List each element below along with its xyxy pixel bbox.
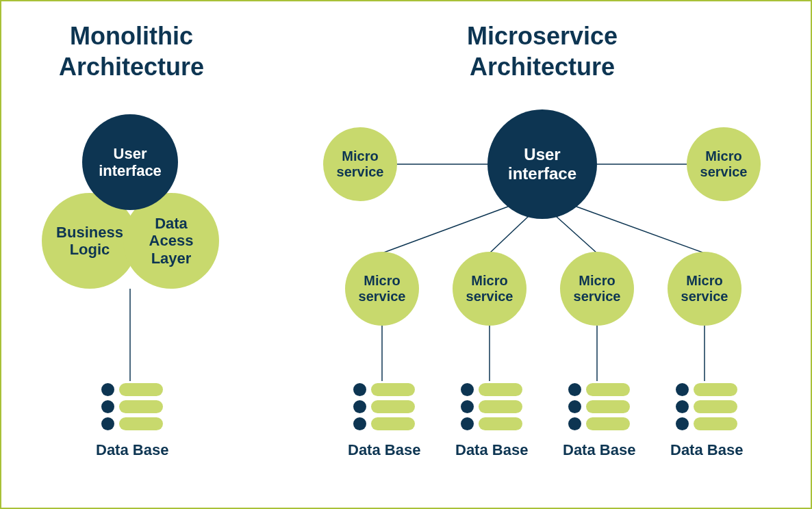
db-label: Data Base [563, 441, 635, 459]
db-bar-icon [371, 400, 415, 413]
db-row [461, 383, 522, 396]
db-dot-icon [676, 383, 689, 396]
db-row [568, 383, 630, 396]
db-row [676, 383, 737, 396]
db-bar-icon [694, 383, 737, 396]
db-label: Data Base [455, 441, 528, 459]
db-dot-icon [676, 400, 689, 413]
svg-line-3 [382, 207, 508, 253]
db-dot-icon [353, 400, 366, 413]
db-dot-icon [101, 417, 114, 430]
db-dot-icon [568, 400, 581, 413]
microservice-node-3: Micro service [560, 252, 634, 326]
microservice-database-2: Data Base [455, 383, 528, 459]
microservice-node-2: Micro service [453, 252, 526, 326]
db-dot-icon [101, 400, 114, 413]
db-dot-icon [101, 383, 114, 396]
db-bar-icon [586, 400, 630, 413]
db-row [568, 417, 630, 430]
db-row [568, 400, 630, 413]
db-label: Data Base [670, 441, 743, 459]
db-dot-icon [461, 400, 474, 413]
db-bar-icon [119, 417, 163, 430]
db-bar-icon [119, 383, 163, 396]
db-row [101, 400, 163, 413]
db-row [101, 383, 163, 396]
db-dot-icon [676, 417, 689, 430]
db-bar-icon [586, 417, 630, 430]
svg-line-6 [576, 207, 705, 253]
db-row [461, 417, 522, 430]
db-dot-icon [353, 417, 366, 430]
db-bar-icon [479, 383, 522, 396]
microservice-database-1: Data Base [348, 383, 420, 459]
svg-line-5 [556, 216, 597, 253]
db-row [461, 400, 522, 413]
db-label: Data Base [348, 441, 420, 459]
microservice-node-top-left: Micro service [323, 127, 397, 201]
microservice-node-1: Micro service [345, 252, 419, 326]
db-bar-icon [694, 400, 737, 413]
microservice-node-4: Micro service [668, 252, 741, 326]
microservice-database-3: Data Base [563, 383, 635, 459]
db-row [353, 417, 415, 430]
microservice-database-4: Data Base [670, 383, 743, 459]
microservice-ui-circle: User interface [487, 109, 597, 219]
db-row [353, 400, 415, 413]
db-dot-icon [461, 417, 474, 430]
db-dot-icon [461, 383, 474, 396]
db-row [676, 400, 737, 413]
db-row [101, 417, 163, 430]
db-row [353, 383, 415, 396]
db-bar-icon [479, 417, 522, 430]
db-bar-icon [586, 383, 630, 396]
monolithic-title: Monolithic Architecture [29, 21, 234, 82]
db-bar-icon [371, 383, 415, 396]
db-dot-icon [353, 383, 366, 396]
db-row [676, 417, 737, 430]
monolithic-ui-circle: User interface [82, 114, 178, 210]
db-dot-icon [568, 383, 581, 396]
db-bar-icon [694, 417, 737, 430]
db-bar-icon [479, 400, 522, 413]
db-dot-icon [568, 417, 581, 430]
svg-line-4 [490, 216, 529, 253]
monolithic-database: Data Base [96, 383, 168, 459]
microservice-title: Microservice Architecture [405, 21, 679, 82]
db-label: Data Base [96, 441, 168, 459]
db-bar-icon [119, 400, 163, 413]
microservice-node-top-right: Micro service [687, 127, 761, 201]
db-bar-icon [371, 417, 415, 430]
diagram-frame: Monolithic Architecture Business Logic D… [0, 0, 812, 509]
